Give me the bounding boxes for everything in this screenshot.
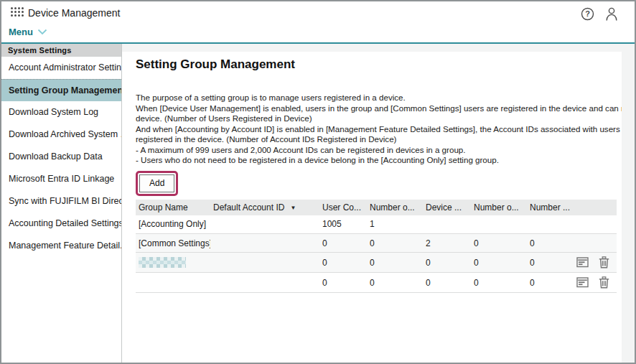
table-row-accounting-only: [Accounting Only] 1005 1 <box>136 215 617 234</box>
sidebar-item-sync-with-fujifilm-bi-direct[interactable]: Sync with FUJIFILM BI Direct <box>1 190 121 213</box>
vertical-scrollbar[interactable] <box>622 44 635 363</box>
main-pane: Setting Group Management The purpose of … <box>122 44 635 363</box>
table-row-common-settings: [Common Settings] 0 0 2 0 0 <box>136 234 617 253</box>
column-header-number-3[interactable]: Number ... <box>527 200 574 215</box>
group-details-icon[interactable] <box>576 276 589 289</box>
actions-cell <box>574 234 617 253</box>
user-count-cell: 1005 <box>319 215 367 234</box>
group-name-cell: [Common Settings] <box>136 234 210 253</box>
sidebar-section-title: System Settings <box>1 44 121 57</box>
table-row-custom-group-2: 0 0 0 0 0 <box>136 273 617 293</box>
number-cell: 0 <box>527 273 574 293</box>
actions-cell <box>574 253 617 273</box>
sidebar-item-account-administrator-settings[interactable]: Account Administrator Settin... <box>1 57 121 79</box>
description-line: When [Device User Management] is enabled… <box>136 103 622 114</box>
device-cell <box>423 215 471 234</box>
sidebar-item-download-system-log[interactable]: Download System Log <box>1 101 121 123</box>
number-cell <box>471 215 527 234</box>
sidebar-item-download-archived-system-log[interactable]: Download Archived System ... <box>1 123 121 146</box>
group-name-cell <box>136 253 210 273</box>
description-line: device. (Number of Users Registered in D… <box>136 113 622 124</box>
group-details-icon[interactable] <box>576 256 589 269</box>
setting-groups-table: Group Name Default Account ID▼ User Co..… <box>136 200 617 294</box>
description-line: And when [Accounting by Account ID] is e… <box>136 124 622 135</box>
page-title: Setting Group Management <box>136 57 622 72</box>
group-name-cell <box>136 273 210 293</box>
add-button-highlight-ring: Add <box>136 171 178 196</box>
device-cell: 2 <box>423 234 471 253</box>
number-cell: 0 <box>527 234 574 253</box>
description-line: registered in the device. (Number of Acc… <box>136 134 622 145</box>
sidebar-item-setting-group-management[interactable]: Setting Group Management <box>1 79 121 101</box>
device-cell: 0 <box>423 253 471 273</box>
chevron-down-icon <box>37 29 47 35</box>
redacted-group-name[interactable] <box>139 257 186 268</box>
svg-text:?: ? <box>585 9 590 18</box>
table-header-row: Group Name Default Account ID▼ User Co..… <box>136 200 617 215</box>
number-of-users-cell: 1 <box>367 215 423 234</box>
column-header-number-of-users[interactable]: Number o... <box>367 200 423 215</box>
number-of-users-cell: 0 <box>367 234 423 253</box>
user-count-cell: 0 <box>319 234 367 253</box>
group-name-cell: [Accounting Only] <box>136 215 210 234</box>
number-cell: 0 <box>471 273 527 293</box>
menu-bar: Menu <box>1 23 635 42</box>
sort-descending-icon: ▼ <box>290 205 296 211</box>
table-row-custom-group-1: 0 0 0 0 0 <box>136 253 617 273</box>
user-count-cell: 0 <box>319 273 367 293</box>
device-cell: 0 <box>423 273 471 293</box>
number-of-users-cell: 0 <box>367 253 423 273</box>
column-header-group-name[interactable]: Group Name <box>136 200 210 215</box>
content-area: Setting Group Management The purpose of … <box>122 52 622 363</box>
column-header-number-2[interactable]: Number o... <box>471 200 527 215</box>
app-grid-icon[interactable] <box>11 7 24 17</box>
sidebar-item-microsoft-entra-id-linkage[interactable]: Microsoft Entra ID Linkage <box>1 168 121 190</box>
number-cell: 0 <box>527 253 574 273</box>
delete-group-icon[interactable] <box>598 256 610 269</box>
user-count-cell: 0 <box>319 253 367 273</box>
column-header-actions <box>574 200 617 215</box>
actions-cell <box>574 215 617 234</box>
description-line: - A maximum of 999 users and 2,000 Accou… <box>136 145 622 156</box>
number-cell: 0 <box>471 253 527 273</box>
default-account-id-cell <box>210 215 319 234</box>
default-account-id-cell <box>210 234 319 253</box>
user-account-icon[interactable] <box>604 6 619 22</box>
menu-button[interactable]: Menu <box>9 27 47 37</box>
menu-label: Menu <box>9 27 33 37</box>
app-title: Device Management <box>28 7 120 19</box>
default-account-id-cell <box>210 253 319 273</box>
sidebar-item-management-feature-detailed-settings[interactable]: Management Feature Detail... <box>1 235 121 257</box>
title-bar: Device Management ? <box>1 1 635 23</box>
number-cell <box>527 215 574 234</box>
column-header-user-count[interactable]: User Co... <box>319 200 367 215</box>
column-header-device[interactable]: Device ... <box>423 200 471 215</box>
help-icon[interactable]: ? <box>581 7 594 21</box>
description-line: - Users who do not need to be registered… <box>136 155 622 166</box>
sidebar-item-accounting-detailed-settings[interactable]: Accounting Detailed Settings <box>1 213 121 235</box>
sidebar-navigation: System Settings Account Administrator Se… <box>1 44 121 363</box>
sidebar-item-download-backup-data[interactable]: Download Backup Data <box>1 146 121 168</box>
delete-group-icon[interactable] <box>598 276 610 289</box>
number-cell: 0 <box>471 234 527 253</box>
default-account-id-cell <box>210 273 319 293</box>
add-button[interactable]: Add <box>139 174 174 192</box>
actions-cell <box>574 273 617 293</box>
device-management-window: Device Management ? Menu System Settings… <box>0 0 636 364</box>
number-of-users-cell: 0 <box>367 273 423 293</box>
column-header-default-account-id[interactable]: Default Account ID▼ <box>210 200 319 215</box>
page-description: The purpose of a setting group is to man… <box>136 93 622 166</box>
description-line: The purpose of a setting group is to man… <box>136 93 622 103</box>
